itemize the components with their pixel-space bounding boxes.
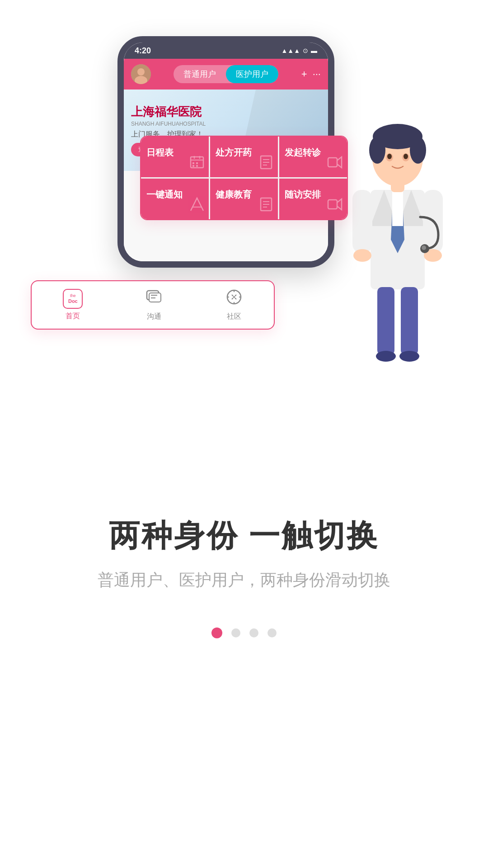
phone-topbar: 普通用户 医护用户 + ··· [124,59,328,90]
notify-icon [189,196,205,216]
feature-item-prescription[interactable]: 处方开药 [210,137,278,177]
feature-label-referral: 发起转诊 [285,146,321,159]
doctor-illustration [334,99,461,362]
svg-rect-38 [377,287,394,355]
phone-notch [194,42,258,54]
svg-point-46 [410,137,426,164]
svg-point-25 [233,296,235,298]
feature-item-schedule[interactable]: 日程表 [141,137,209,177]
svg-rect-39 [401,287,418,355]
nav-label-community: 社区 [227,312,241,321]
bottom-nav: the Doc 首页 沟通 社区 [32,288,274,321]
more-icon[interactable]: ··· [313,68,321,80]
normal-user-btn[interactable]: 普通用户 [174,65,226,83]
prescription-icon [258,154,274,174]
health-edu-icon [258,196,274,216]
thedoc-logo-icon: the Doc [63,289,83,309]
nav-label-home: 首页 [66,311,80,321]
svg-point-34 [353,249,371,262]
logo-line1: the [68,294,78,298]
svg-rect-31 [392,190,403,226]
svg-rect-9 [192,165,194,167]
compass-icon [225,288,243,309]
feature-label-notify: 一键通知 [146,189,183,201]
pagination-dot-1[interactable] [211,627,222,638]
referral-icon [327,154,343,174]
add-icon[interactable]: + [301,68,307,80]
svg-rect-15 [328,158,337,167]
feature-grid: 日程表 处方开药 发起转诊 一键通知 [141,137,347,219]
svg-point-37 [422,245,426,250]
nav-item-home[interactable]: the Doc 首页 [63,289,83,321]
chat-icon [145,288,163,309]
feature-item-health-edu[interactable]: 健康教育 [210,179,278,219]
feature-label-health-edu: 健康教育 [216,189,252,201]
svg-rect-7 [192,162,194,164]
status-time: 4:20 [135,46,151,56]
pagination-dot-4[interactable] [267,628,277,637]
svg-rect-32 [352,190,372,253]
feature-item-notify[interactable]: 一键通知 [141,179,209,219]
nav-label-communication: 沟通 [147,312,161,321]
schedule-icon [189,154,205,174]
svg-point-50 [404,154,408,159]
logo-line2: Doc [68,298,78,304]
banner-title-cn: 上海福华医院 [131,104,206,120]
signal-icon: ▲▲▲ [281,47,300,54]
bottom-nav-card: the Doc 首页 沟通 社区 [31,280,275,330]
svg-point-49 [387,154,392,159]
sub-title: 普通用户、医护用户，两种身份滑动切换 [98,569,390,591]
svg-rect-8 [196,162,198,164]
feature-label-followup: 随访安排 [285,189,321,201]
nav-item-communication[interactable]: 沟通 [145,288,163,321]
banner-title-en: SHANGH AIFUHUAHOSPITAL [131,121,206,127]
text-section: 两种身份 一触切换 普通用户、医护用户，两种身份滑动切换 [0,488,488,665]
avatar[interactable] [131,64,151,84]
svg-rect-21 [328,200,337,209]
feature-card: 日程表 处方开药 发起转诊 一键通知 [140,136,348,220]
feature-item-followup[interactable]: 随访安排 [279,179,347,219]
svg-rect-10 [196,165,198,167]
svg-point-45 [369,137,385,164]
feature-label-schedule: 日程表 [146,146,174,159]
battery-icon: ▬ [311,47,317,54]
svg-point-1 [137,68,145,75]
nav-item-community[interactable]: 社区 [225,288,243,321]
followup-icon [327,196,343,216]
wifi-icon: ⊙ [303,47,308,54]
topbar-actions: + ··· [301,68,321,80]
main-title: 两种身份 一触切换 [109,515,380,557]
feature-item-referral[interactable]: 发起转诊 [279,137,347,177]
pagination-dot-3[interactable] [249,628,258,637]
status-icons: ▲▲▲ ⊙ ▬ [281,47,317,54]
pagination-dot-2[interactable] [231,628,240,637]
pagination [211,627,277,665]
user-toggle[interactable]: 普通用户 医护用户 [174,65,278,83]
feature-label-prescription: 处方开药 [216,146,252,159]
medical-user-btn[interactable]: 医护用户 [226,65,278,83]
svg-point-40 [376,351,396,362]
phone-section: 4:20 ▲▲▲ ⊙ ▬ [0,0,488,488]
svg-point-41 [399,351,419,362]
